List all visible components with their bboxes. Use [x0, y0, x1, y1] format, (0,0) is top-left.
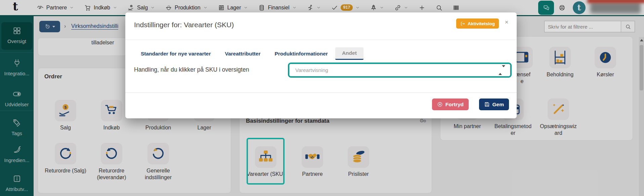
settings-modal: Indstillinger for: Varearter (SKU) Aktiv…	[125, 12, 517, 118]
application-window: t Partnere Indkøb Salg Produktion	[0, 0, 644, 196]
circle-x-icon	[437, 102, 443, 107]
modal-footer-divider	[125, 92, 517, 93]
tab-produktinformationer[interactable]: Produktinformationer	[274, 51, 328, 57]
sku-action-select-highlight: Vareartvisning	[288, 63, 512, 78]
save-button[interactable]: Gem	[479, 99, 509, 110]
field-label: Handling, når du klikker på SKU i oversi…	[134, 66, 249, 73]
floppy-disk-icon	[484, 102, 490, 107]
tab-andet[interactable]: Andet	[335, 47, 363, 60]
log-export-icon	[460, 21, 465, 26]
cancel-button[interactable]: Fortryd	[432, 99, 469, 110]
modal-tabs: Standarder for nye varearter Vareattribu…	[141, 47, 357, 60]
select-arrows-icon	[499, 67, 505, 73]
modal-header-divider	[125, 40, 517, 40]
activity-log-button[interactable]: Aktivitetslog	[456, 18, 499, 29]
tab-standarder-for-nye-varearter[interactable]: Standarder for nye varearter	[141, 51, 211, 57]
modal-title: Indstillinger for: Varearter (SKU)	[134, 21, 234, 29]
tab-vareattributter[interactable]: Vareattributter	[225, 51, 260, 57]
close-icon[interactable]: ×	[503, 18, 511, 26]
select-value: Vareartvisning	[295, 67, 328, 73]
sku-action-select[interactable]: Vareartvisning	[289, 64, 510, 76]
